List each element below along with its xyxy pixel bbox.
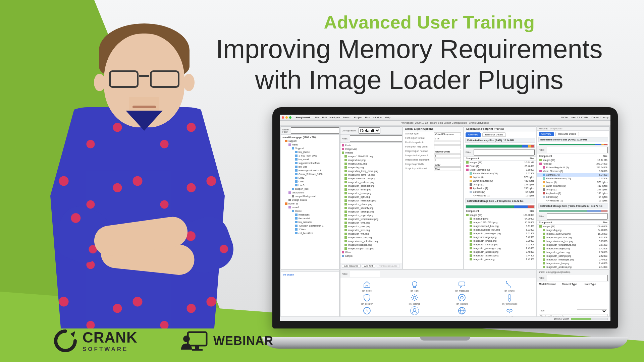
table-row[interactable]: Groups (2)228 bytes: [537, 188, 609, 191]
footprint2-filter-input[interactable]: [547, 147, 608, 153]
resource-item[interactable]: images/icn_home.png: [340, 191, 402, 195]
export-value-input[interactable]: [434, 145, 461, 149]
table-row[interactable]: images/calendar_box.png5.73 KB: [537, 239, 609, 243]
tree-item[interactable]: wwwsupportcranksof: [281, 169, 339, 172]
add-font-button[interactable]: Add font: [362, 264, 375, 268]
asset-item[interactable]: icn_temperature: [486, 293, 533, 305]
table-row[interactable]: images/support_box.png9.61 KB: [537, 236, 609, 239]
resource-item[interactable]: images/messages.png: [340, 243, 402, 247]
table-row[interactable]: images/icn_messages.png2.49 KB: [464, 246, 536, 250]
asset-item[interactable]: icn_settings: [391, 293, 438, 305]
resource-item[interactable]: images/icn_security.png: [340, 206, 402, 210]
resource-item[interactable]: images/icn_support.png: [340, 214, 402, 217]
export-value-input[interactable]: [434, 150, 461, 154]
tree-item[interactable]: supportcranksoftwar: [281, 161, 339, 165]
resource-item[interactable]: images/icn_email.png: [340, 188, 402, 191]
resource-item[interactable]: images/icn_calendar.png: [340, 184, 402, 188]
tree-item[interactable]: Tuesday_September_1: [281, 224, 339, 228]
table-row[interactable]: images/icn_address.png2.44 KB: [464, 254, 536, 257]
resource-item[interactable]: images/Line.png: [340, 158, 402, 162]
notes-filter-input[interactable]: [547, 275, 608, 281]
table-row[interactable]: Roboto-Regular.ttf (8)241.34 KB: [537, 166, 609, 169]
menu-file[interactable]: File: [315, 116, 320, 119]
table-row[interactable]: Screens (2)64 bytes: [464, 190, 536, 194]
resource-item[interactable]: images/icn_temperature.png: [340, 217, 402, 221]
resource-item[interactable]: images/icn_wifi.png: [340, 232, 402, 236]
resource-item[interactable]: Other: [340, 250, 402, 254]
table-row[interactable]: <> Variables (1)16 bytes: [537, 199, 609, 202]
tree-item[interactable]: Line1: [281, 180, 339, 183]
export-value-input[interactable]: [434, 132, 461, 136]
resource-item[interactable]: images/icn_settings.png: [340, 210, 402, 214]
export-value-input[interactable]: [434, 137, 461, 140]
asset-item[interactable]: icn_support: [439, 293, 485, 305]
table-row[interactable]: images/calendar_box.png5.73 KB: [464, 228, 536, 232]
table-row[interactable]: Images (28)169.40 KB: [537, 225, 609, 228]
tree-root[interactable]: smartHome.gapp (1280 x 720): [281, 135, 339, 139]
tree-item[interactable]: background: [281, 191, 339, 194]
asset-item[interactable]: icn_home: [344, 280, 390, 292]
table-row[interactable]: Layers (8)576 bytes: [464, 175, 536, 179]
menu-run[interactable]: Run: [365, 116, 370, 119]
resource-item[interactable]: Image Map: [340, 147, 402, 151]
tree-item[interactable]: thermostat: [281, 217, 339, 220]
close-icon[interactable]: [282, 116, 284, 119]
tree-item[interactable]: menu: [281, 143, 339, 146]
resource-item[interactable]: images/icn_phone.png: [340, 202, 402, 206]
tree-item[interactable]: Line3: [281, 183, 339, 187]
resource-item[interactable]: Images: [340, 151, 402, 155]
resource-item[interactable]: images/icn_address.png: [340, 180, 402, 184]
table-row[interactable]: Model Elements (8)9.68 KB: [464, 168, 536, 172]
tree-item[interactable]: icn_phone: [281, 150, 339, 154]
table-row[interactable]: images/icn_phone.png2.90 KB: [537, 250, 609, 254]
window-controls[interactable]: [282, 116, 291, 119]
export-value-input[interactable]: [434, 159, 461, 162]
export-value-input[interactable]: [434, 163, 461, 167]
tree-item[interactable]: 700am: [281, 228, 339, 231]
tree-item[interactable]: messages: [281, 213, 339, 217]
table-row[interactable]: images/messages.png3.42 KB: [537, 247, 609, 250]
table-row[interactable]: Fonts (1)241.34 KB: [537, 162, 609, 166]
tree-item[interactable]: Line2: [281, 176, 339, 180]
resource-item[interactable]: images/icn_user.png: [340, 225, 402, 228]
resources-filter-input[interactable]: [350, 135, 402, 142]
tree-item[interactable]: menu1: [281, 205, 339, 209]
table-row[interactable]: Fonts (1)85.46 KB: [464, 164, 536, 168]
resource-item[interactable]: images/icn_messages.png: [340, 199, 402, 202]
table-row[interactable]: Images (28)169.40 KB: [464, 213, 536, 217]
resource-item[interactable]: Fonts: [340, 143, 402, 147]
tab-overview-2[interactable]: Overview: [539, 132, 554, 136]
table-row[interactable]: Model Elements (8)9.68 KB: [537, 169, 609, 173]
table-row[interactable]: Groups (2)228 bytes: [464, 183, 536, 186]
menu-edit[interactable]: Edit: [322, 116, 327, 119]
table-row[interactable]: images/icn_messages.png2.49 KB: [537, 258, 609, 261]
assets-filter-input[interactable]: [350, 271, 380, 277]
table-row[interactable]: images/bg.png94.70 KB: [537, 228, 609, 232]
resource-item[interactable]: images/icn_time.png: [340, 221, 402, 225]
remove-resource-button[interactable]: Remove resource: [377, 264, 400, 268]
table-row[interactable]: images/icn_address.png2.44 KB: [537, 265, 609, 269]
export-value-input[interactable]: [434, 154, 461, 158]
table-row[interactable]: images/icn_temperature.png3.61 KB: [537, 243, 609, 247]
tree-item[interactable]: Home: [281, 209, 339, 213]
table-row[interactable]: images/menu_bar.png2.48 KB: [537, 261, 609, 265]
minimize-icon[interactable]: [285, 116, 288, 119]
tree-item[interactable]: icn_email: [281, 158, 339, 161]
table-row[interactable]: Render Extensions (76)2.67 KB: [537, 177, 609, 180]
footprint2-storage-filter-input[interactable]: [547, 213, 608, 220]
table-row[interactable]: Application (1)136 bytes: [537, 191, 609, 195]
table-row[interactable]: images/icn_settings.png2.52 KB: [537, 254, 609, 258]
tab-resource-details-2[interactable]: Resource Details: [555, 132, 579, 136]
tree-item[interactable]: Crank_Software_1000: [281, 172, 339, 176]
table-row[interactable]: Images (28)10.04 MB: [464, 161, 536, 164]
tree-item[interactable]: supportBackground: [281, 194, 339, 198]
resource-item[interactable]: images/1280x7201.png: [340, 155, 402, 158]
export-value-input[interactable]: [434, 167, 461, 171]
note-type-select[interactable]: [577, 309, 607, 313]
resource-item[interactable]: images/menu_bar.png: [340, 236, 402, 239]
tree-item[interactable]: support: [281, 139, 339, 143]
footprint-filter-input[interactable]: [474, 149, 535, 156]
tab-overview[interactable]: Overview: [466, 132, 481, 137]
asset-item[interactable]: icn_security: [344, 293, 390, 305]
resource-item[interactable]: images/btn_temp_down.png: [340, 169, 402, 173]
